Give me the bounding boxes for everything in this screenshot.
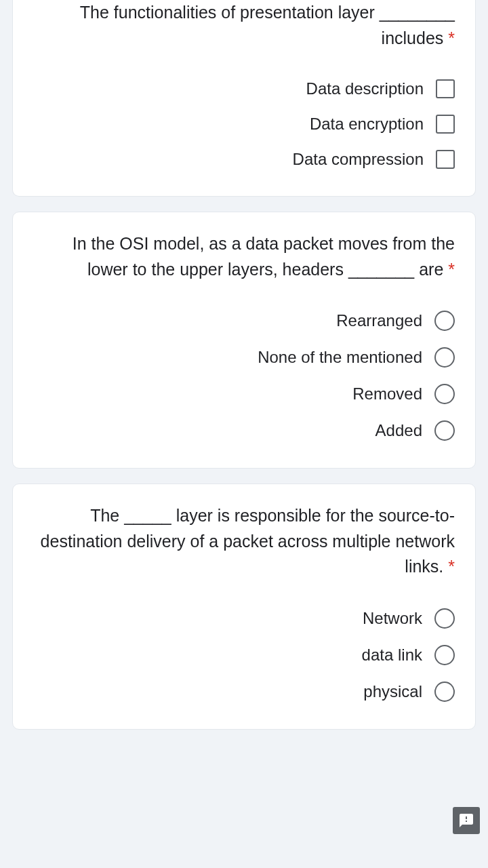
option-label: None of the mentioned bbox=[258, 348, 422, 367]
question-text: The _____ layer is responsible for the s… bbox=[33, 503, 455, 580]
q-text-post: includes bbox=[382, 28, 444, 47]
options-group: Rearranged None of the mentioned Removed… bbox=[33, 302, 455, 449]
checkbox-icon[interactable] bbox=[436, 150, 455, 169]
option-label: Removed bbox=[352, 384, 422, 403]
option-label: physical bbox=[363, 682, 422, 701]
q-blank: _______ bbox=[348, 260, 414, 279]
required-asterisk: * bbox=[448, 557, 455, 576]
checkbox-icon[interactable] bbox=[436, 79, 455, 98]
q-blank: ________ bbox=[380, 3, 455, 22]
radio-icon[interactable] bbox=[434, 311, 455, 331]
q-text-post: are bbox=[414, 260, 443, 279]
required-asterisk: * bbox=[448, 28, 455, 47]
option-label: Data compression bbox=[293, 150, 424, 169]
option-label: Added bbox=[375, 421, 422, 440]
q-blank: _____ bbox=[124, 506, 171, 525]
q-text-pre: The bbox=[90, 506, 124, 525]
radio-icon[interactable] bbox=[434, 420, 455, 441]
radio-icon[interactable] bbox=[434, 645, 455, 665]
report-problem-button[interactable] bbox=[453, 807, 480, 834]
q-text-pre: The functionalities of presentation laye… bbox=[80, 3, 380, 22]
options-group: Data description Data encryption Data co… bbox=[33, 71, 455, 177]
option-row[interactable]: Removed bbox=[352, 376, 455, 412]
option-label: Data description bbox=[306, 79, 424, 98]
alert-icon bbox=[458, 812, 474, 829]
option-row[interactable]: Data description bbox=[306, 71, 455, 106]
option-label: Data encryption bbox=[310, 115, 424, 134]
question-text: The functionalities of presentation laye… bbox=[33, 0, 455, 51]
option-row[interactable]: Data encryption bbox=[310, 106, 455, 142]
radio-icon[interactable] bbox=[434, 682, 455, 702]
option-row[interactable]: physical bbox=[363, 673, 455, 710]
question-text: In the OSI model, as a data packet moves… bbox=[33, 231, 455, 282]
option-row[interactable]: Added bbox=[375, 412, 455, 449]
option-row[interactable]: Data compression bbox=[293, 142, 455, 177]
question-card: The _____ layer is responsible for the s… bbox=[12, 484, 476, 730]
option-row[interactable]: None of the mentioned bbox=[258, 339, 455, 376]
question-card: The functionalities of presentation laye… bbox=[12, 0, 476, 197]
option-row[interactable]: data link bbox=[362, 637, 455, 673]
radio-icon[interactable] bbox=[434, 384, 455, 404]
option-label: data link bbox=[362, 646, 422, 665]
question-card: In the OSI model, as a data packet moves… bbox=[12, 212, 476, 469]
radio-icon[interactable] bbox=[434, 608, 455, 629]
option-label: Rearranged bbox=[336, 311, 422, 330]
options-group: Network data link physical bbox=[33, 600, 455, 710]
option-label: Network bbox=[363, 609, 422, 628]
required-asterisk: * bbox=[448, 260, 455, 279]
checkbox-icon[interactable] bbox=[436, 115, 455, 134]
option-row[interactable]: Rearranged bbox=[336, 302, 455, 339]
option-row[interactable]: Network bbox=[363, 600, 455, 637]
radio-icon[interactable] bbox=[434, 347, 455, 368]
